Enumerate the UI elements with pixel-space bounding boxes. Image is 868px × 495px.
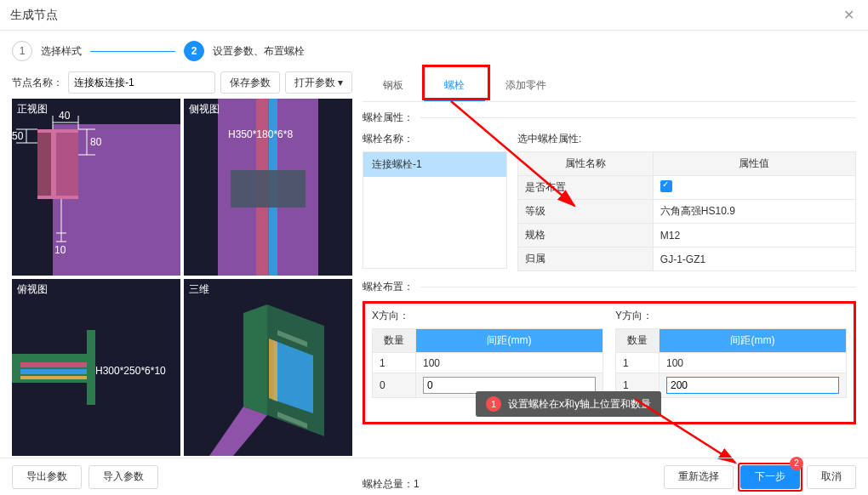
step-2-label: 设置参数、布置螺栓 [213,44,305,59]
bolt-list-item[interactable]: 连接螺栓-1 [363,152,506,177]
viewport-top[interactable]: 俯视图 H300*250*6*10 [12,279,180,456]
bolt-layout-title: 螺栓布置： [363,280,856,294]
close-icon[interactable]: ✕ [840,7,858,23]
svg-rect-1 [37,129,78,199]
prop-spec-val[interactable]: M12 [653,224,855,248]
y-dist-header: 间距(mm) [659,329,846,353]
node-name-label: 节点名称： [12,76,63,90]
import-params-button[interactable]: 导入参数 [89,465,158,489]
step-2-circle[interactable]: 2 [184,41,204,61]
svg-rect-29 [20,369,87,374]
save-params-button[interactable]: 保存参数 [220,71,280,94]
y-dist-1[interactable] [659,373,846,398]
svg-marker-33 [243,304,267,415]
checkbox-icon[interactable] [660,180,672,192]
svg-text:40: 40 [59,110,71,122]
bolt-name-label: 螺栓名称： [363,132,507,146]
callout-tooltip: 1 设置螺栓在x和y轴上位置和数量 [476,391,661,417]
prop-belong-key: 归属 [518,248,654,271]
y-dist-1-input[interactable] [666,377,839,394]
cancel-button[interactable]: 取消 [807,465,856,489]
reselect-button[interactable]: 重新选择 [664,465,734,489]
x-dir-label: X方向： [372,309,603,323]
svg-text:10: 10 [54,244,66,256]
tab-bolt[interactable]: 螺栓 [424,71,485,101]
svg-text:50: 50 [12,130,24,142]
node-name-input[interactable] [68,71,215,94]
svg-rect-27 [87,330,95,405]
prop-belong-val[interactable]: GJ-1-GZ1 [653,248,855,271]
callout-badge-1: 1 [486,396,501,412]
svg-marker-36 [269,339,277,401]
th-prop-value: 属性值 [653,152,855,176]
x-table: 数量间距(mm) 1100 0 [372,328,603,398]
x-dist-header: 间距(mm) [415,329,602,353]
prop-spec-key: 规格 [518,224,654,248]
open-params-button[interactable]: 打开参数 ▾ [285,71,352,94]
viewport-front[interactable]: 正视图 50 40 [12,99,180,276]
svg-rect-24 [231,170,306,208]
svg-rect-2 [51,129,56,199]
y-qty-0[interactable]: 1 [616,353,660,373]
x-qty-1[interactable]: 0 [373,373,416,398]
y-qty-header: 数量 [616,329,660,353]
step-indicator: 1 选择样式 2 设置参数、布置螺栓 [0,31,868,71]
x-qty-header: 数量 [373,329,416,353]
prop-grade-val[interactable]: 六角高强HS10.9 [653,200,855,224]
callout-text: 设置螺栓在x和y轴上位置和数量 [508,397,651,412]
y-dir-label: Y方向： [615,309,847,323]
svg-text:H300*250*6*10: H300*250*6*10 [95,365,166,377]
svg-rect-28 [20,362,87,367]
x-dist-0[interactable]: 100 [415,353,602,373]
dialog-title: 生成节点 [10,8,58,23]
svg-text:80: 80 [90,136,102,148]
viewport-3d-label: 三维 [189,282,209,297]
step-1-label: 选择样式 [41,44,82,59]
y-table: 数量间距(mm) 1100 1 [615,328,847,398]
bolt-name-list[interactable]: 连接螺栓-1 [363,151,507,269]
tab-plate[interactable]: 钢板 [363,71,424,101]
svg-marker-32 [209,407,267,456]
callout-badge-2: 2 [790,457,803,470]
selected-bolt-label: 选中螺栓属性: [517,132,856,146]
bolt-props-title: 螺栓属性： [363,111,856,125]
export-params-button[interactable]: 导出参数 [12,465,82,489]
svg-rect-4 [37,196,78,199]
svg-rect-30 [20,376,87,379]
viewport-side[interactable]: 侧视图 H350*180*6*8 [184,99,352,276]
th-prop-name: 属性名称 [518,152,654,176]
viewport-front-label: 正视图 [17,102,48,117]
viewport-3d[interactable]: 三维 [184,279,352,456]
x-qty-0[interactable]: 1 [373,353,416,373]
y-dist-0[interactable]: 100 [659,353,846,373]
svg-text:H350*180*6*8: H350*180*6*8 [228,128,293,140]
step-connector [90,51,175,52]
prop-layout-key: 是否布置 [518,176,654,200]
prop-layout-val[interactable] [653,176,855,200]
viewport-side-label: 侧视图 [189,102,220,117]
bolt-props-table: 属性名称属性值 是否布置 等级六角高强HS10.9 规格M12 归属GJ-1-G… [517,151,856,271]
svg-rect-3 [37,129,78,133]
step-1-circle[interactable]: 1 [12,41,32,61]
tab-add-part[interactable]: 添加零件 [485,71,567,101]
viewport-top-label: 俯视图 [17,282,48,297]
prop-grade-key: 等级 [518,200,654,224]
